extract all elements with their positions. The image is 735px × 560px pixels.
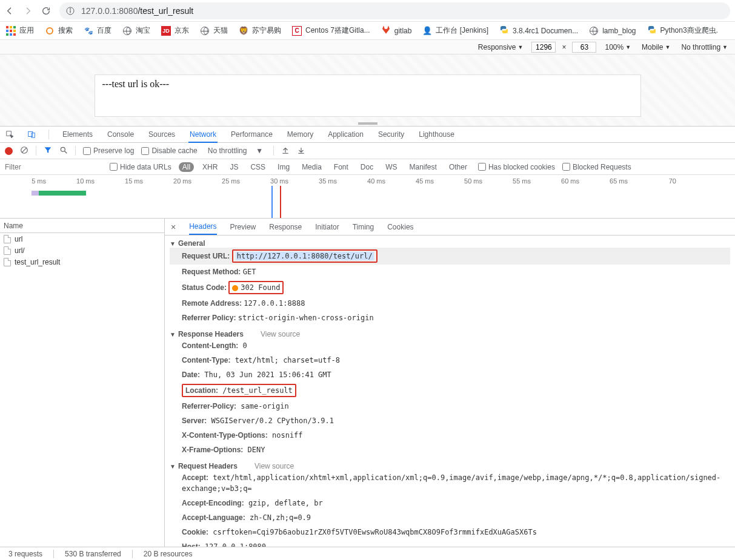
bookmark-item[interactable]: 👤工作台 [Jenkins]: [422, 25, 488, 36]
clear-button[interactable]: [20, 146, 28, 156]
section-general[interactable]: ▼General: [170, 239, 730, 248]
has-blocked-cookies-checkbox[interactable]: Has blocked cookies: [478, 163, 555, 171]
bookmark-item[interactable]: 🐾百度: [84, 25, 111, 36]
network-throttle-select[interactable]: No throttling ▼: [205, 145, 266, 156]
devtools-tab-security[interactable]: Security: [377, 127, 405, 142]
devtools-tabs: ElementsConsoleSourcesNetworkPerformance…: [0, 126, 735, 143]
devtools-tab-performance[interactable]: Performance: [230, 127, 274, 142]
bookmark-item[interactable]: Python3商业爬虫.: [647, 25, 718, 36]
status-dot-icon: [232, 285, 238, 291]
bookmark-icon: JD: [161, 26, 171, 36]
device-throttle-select[interactable]: No throttling ▼: [679, 43, 730, 51]
devtools-drag-handle[interactable]: [358, 122, 377, 125]
devtools-tab-memory[interactable]: Memory: [286, 127, 314, 142]
section-response-headers[interactable]: ▼Response HeadersView source: [170, 330, 730, 338]
address-bar[interactable]: 127.0.0.1:8080/test_url_result: [59, 2, 730, 19]
detail-tab-headers[interactable]: Headers: [189, 219, 216, 235]
type-filter-img[interactable]: Img: [274, 162, 293, 172]
filter-input[interactable]: [2, 162, 102, 173]
request-row[interactable]: test_url_result: [0, 256, 164, 268]
header-value: zh-CN,zh;q=0.9: [245, 513, 311, 522]
bookmark-icon: [499, 26, 509, 36]
zoom-select[interactable]: 100% ▼: [602, 43, 633, 51]
section-request-headers[interactable]: ▼Request HeadersView source: [170, 462, 730, 470]
bookmark-item[interactable]: 搜索: [45, 25, 73, 36]
bookmark-icon: [45, 26, 55, 36]
viewport-width-input[interactable]: [531, 42, 556, 53]
view-source-link[interactable]: View source: [261, 330, 300, 338]
bookmark-item[interactable]: JD京东: [161, 25, 189, 36]
type-filter-doc[interactable]: Doc: [357, 162, 377, 172]
filter-toggle-icon[interactable]: [44, 146, 52, 156]
detail-tab-timing[interactable]: Timing: [353, 219, 374, 235]
bookmark-item[interactable]: CCentos 7搭建Gitla...: [292, 25, 370, 36]
header-value: text/html; charset=utf-8: [230, 356, 340, 364]
bookmark-item[interactable]: 3.8.4rc1 Documen...: [499, 26, 578, 36]
type-filter-media[interactable]: Media: [298, 162, 325, 172]
type-filter-xhr[interactable]: XHR: [199, 162, 221, 172]
devtools-tab-network[interactable]: Network: [188, 127, 218, 143]
close-details-icon[interactable]: ×: [171, 222, 176, 232]
devtools-tab-application[interactable]: Application: [327, 127, 365, 142]
record-button[interactable]: [5, 147, 13, 155]
bookmark-icon: 👤: [422, 26, 432, 36]
devtools-tab-elements[interactable]: Elements: [61, 127, 94, 142]
type-filter-manifest[interactable]: Manifest: [406, 162, 441, 172]
network-timeline[interactable]: 5 ms10 ms15 ms20 ms25 ms30 ms35 ms40 ms4…: [0, 175, 735, 219]
type-filter-ws[interactable]: WS: [382, 162, 401, 172]
detail-tab-response[interactable]: Response: [269, 219, 302, 235]
header-key: Cookie:: [182, 528, 208, 536]
disable-cache-checkbox[interactable]: Disable cache: [141, 147, 197, 155]
device-mode-select[interactable]: Responsive ▼: [476, 43, 526, 51]
request-row[interactable]: url/: [0, 245, 164, 256]
header-row: Content-Type: text/html; charset=utf-8: [170, 353, 730, 367]
bookmark-icon: 🐾: [84, 26, 93, 36]
detail-tab-cookies[interactable]: Cookies: [387, 219, 413, 235]
bookmark-item[interactable]: lamb_blog: [589, 26, 636, 36]
bookmark-item[interactable]: 淘宝: [122, 25, 150, 36]
devtools-tab-lighthouse[interactable]: Lighthouse: [417, 127, 456, 142]
bookmark-item[interactable]: 天猫: [200, 25, 228, 36]
devtools-tab-sources[interactable]: Sources: [147, 127, 176, 142]
search-icon[interactable]: [59, 146, 68, 156]
bookmark-label: 京东: [175, 25, 189, 36]
back-button[interactable]: [5, 6, 15, 16]
type-filter-font[interactable]: Font: [330, 162, 352, 172]
bookmark-label: Python3商业爬虫.: [660, 25, 718, 36]
bookmark-item[interactable]: gitlab: [381, 26, 412, 36]
header-row: Accept-Language: zh-CN,zh;q=0.9: [170, 510, 730, 525]
header-key: Content-Length:: [182, 341, 238, 350]
request-name: url: [15, 235, 22, 243]
reload-button[interactable]: [41, 6, 51, 16]
type-filter-css[interactable]: CSS: [247, 162, 269, 172]
bookmark-label: 工作台 [Jenkins]: [436, 25, 488, 36]
bookmark-item[interactable]: 应用: [6, 25, 34, 36]
viewport-height-input[interactable]: [572, 42, 596, 53]
site-info-icon[interactable]: [65, 6, 75, 16]
blocked-requests-checkbox[interactable]: Blocked Requests: [562, 163, 631, 171]
upload-har-icon[interactable]: [281, 146, 290, 156]
inspect-element-icon[interactable]: [5, 130, 15, 139]
view-source-link[interactable]: View source: [254, 462, 294, 470]
detail-tab-preview[interactable]: Preview: [230, 219, 256, 235]
forward-button[interactable]: [23, 6, 33, 16]
preserve-log-checkbox[interactable]: Preserve log: [83, 147, 134, 155]
device-toggle-icon[interactable]: [27, 130, 36, 139]
devtools-tab-console[interactable]: Console: [106, 127, 135, 142]
bookmark-item[interactable]: 🦁苏宁易购: [239, 25, 281, 36]
device-type-select[interactable]: Mobile ▼: [639, 43, 673, 51]
request-row[interactable]: url: [0, 233, 164, 245]
header-key: Location:: [185, 386, 218, 395]
general-request-url: Request URL: http://127.0.0.1:8080/test/…: [170, 248, 730, 265]
type-filter-other[interactable]: Other: [445, 162, 471, 172]
network-toolbar: Preserve log Disable cache No throttling…: [0, 143, 735, 159]
type-filter-js[interactable]: JS: [226, 162, 242, 172]
bookmark-label: gitlab: [394, 27, 412, 35]
timeline-tick: 55 ms: [485, 177, 533, 185]
detail-tab-initiator[interactable]: Initiator: [315, 219, 339, 235]
type-filter-all[interactable]: All: [179, 162, 194, 172]
hide-data-urls-checkbox[interactable]: Hide data URLs: [110, 163, 171, 171]
download-har-icon[interactable]: [297, 146, 305, 156]
request-list-header[interactable]: Name: [0, 219, 164, 233]
header-value: csrftoken=Cqi97b6aobuz1rZX0f5VTV0EwswRoU…: [208, 528, 537, 536]
